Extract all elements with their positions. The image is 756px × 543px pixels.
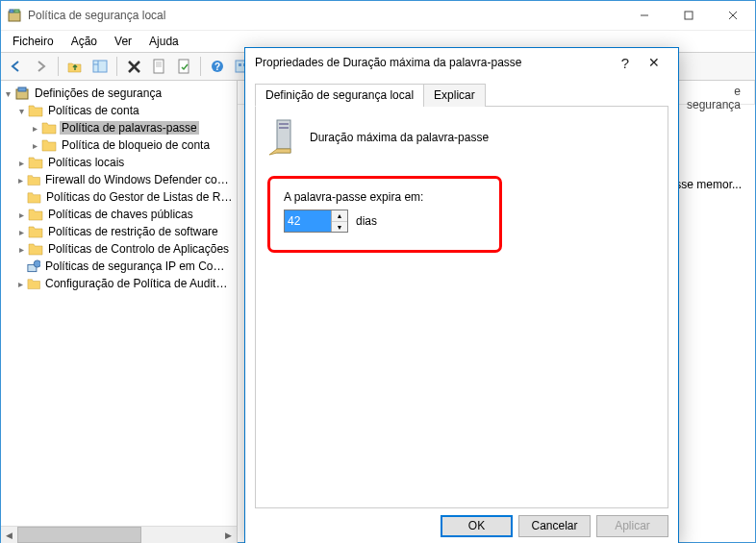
- folder-icon: [27, 276, 40, 291]
- minimize-button[interactable]: [622, 1, 667, 30]
- app-icon: [7, 8, 22, 23]
- tree-item[interactable]: ▸Configuração de Política de Auditoria A…: [1, 275, 237, 292]
- dialog-buttons: OK Cancelar Aplicar: [245, 508, 678, 543]
- folder-icon: [28, 103, 43, 118]
- tab-explain[interactable]: Explicar: [423, 84, 486, 107]
- scroll-left-button[interactable]: ◀: [1, 527, 17, 543]
- tree-label: Definições de segurança: [33, 86, 164, 100]
- expand-icon[interactable]: ▸: [14, 279, 27, 289]
- expand-icon[interactable]: ▸: [14, 175, 27, 185]
- tree-item[interactable]: ▸Políticas de chaves públicas: [1, 206, 237, 223]
- menu-ajuda[interactable]: Ajuda: [141, 33, 187, 50]
- spin-up-button[interactable]: ▲: [332, 210, 347, 222]
- tree-label: Política de bloqueio de conta: [60, 138, 212, 152]
- tree-label: Políticas de restrição de software: [46, 225, 220, 238]
- apply-button[interactable]: Aplicar: [596, 515, 668, 537]
- folder-icon: [28, 224, 43, 239]
- folder-icon: [41, 120, 57, 136]
- days-input[interactable]: [285, 210, 331, 232]
- svg-point-25: [34, 260, 40, 267]
- folder-icon: [28, 241, 43, 257]
- tree-hscroll[interactable]: ◀ ▶: [1, 526, 237, 543]
- properties-button[interactable]: [147, 55, 170, 78]
- server-icon: [267, 118, 298, 157]
- delete-button[interactable]: [122, 55, 145, 78]
- tree-label: Políticas de chaves públicas: [46, 208, 195, 221]
- svg-rect-2: [14, 10, 19, 12]
- expand-icon[interactable]: ▸: [28, 140, 41, 151]
- dialog-close-button[interactable]: ✕: [640, 55, 668, 70]
- ok-button[interactable]: OK: [441, 515, 513, 537]
- tree-item[interactable]: ▸ Política de palavras-passe: [1, 119, 237, 136]
- svg-rect-4: [685, 12, 693, 19]
- maximize-button[interactable]: [667, 1, 711, 30]
- days-unit: dias: [356, 214, 377, 228]
- highlight-box: A palavra-passe expira em: ▲ ▼ dias: [267, 176, 502, 253]
- column-security[interactable]: e segurança: [673, 81, 755, 104]
- collapse-icon[interactable]: ▾: [1, 88, 14, 99]
- svg-rect-28: [279, 123, 289, 125]
- export-button[interactable]: [172, 55, 195, 78]
- tree-item[interactable]: Políticas de segurança IP em Computador …: [1, 258, 237, 275]
- svg-rect-29: [279, 127, 289, 129]
- svg-rect-16: [179, 60, 189, 73]
- tree-item[interactable]: Políticas do Gestor de Listas de Redes: [1, 188, 237, 206]
- cancel-button[interactable]: Cancelar: [518, 515, 591, 537]
- policy-heading: Duração máxima da palavra-passe: [310, 131, 489, 144]
- expire-label: A palavra-passe expira em:: [284, 190, 486, 204]
- tree-label: Configuração de Política de Auditoria Av…: [43, 277, 235, 290]
- svg-rect-23: [18, 87, 26, 91]
- up-folder-button[interactable]: [63, 55, 87, 78]
- window-title: Política de segurança local: [28, 9, 622, 22]
- tree-label: Firewall do Windows Defender com Seguran…: [43, 173, 235, 186]
- expand-icon[interactable]: ▸: [14, 158, 28, 168]
- toolbar-separator: [116, 57, 117, 76]
- tree-item[interactable]: ▸Políticas locais: [1, 154, 237, 171]
- dialog-help-button[interactable]: ?: [611, 55, 640, 71]
- tree-label: Políticas locais: [46, 156, 126, 169]
- help-button[interactable]: ?: [206, 55, 229, 78]
- menu-ver[interactable]: Ver: [107, 33, 139, 50]
- tree-item[interactable]: ▸Firewall do Windows Defender com Segura…: [1, 171, 237, 188]
- tree-label: Política de palavras-passe: [60, 121, 199, 135]
- days-spinner: ▲ ▼: [284, 210, 348, 233]
- folder-icon: [41, 137, 57, 153]
- tree-label: Políticas de Controlo de Aplicações: [46, 242, 231, 256]
- expand-icon[interactable]: ▸: [14, 227, 28, 237]
- folder-icon: [27, 172, 40, 187]
- titlebar: Política de segurança local: [1, 1, 755, 31]
- folder-icon: [28, 207, 43, 222]
- forward-button[interactable]: [30, 55, 53, 78]
- tree-label: Políticas de segurança IP em Computador …: [43, 259, 235, 273]
- dialog-tabs: Definição de segurança local Explicar: [255, 83, 668, 107]
- tree-item[interactable]: ▸ Política de bloqueio de conta: [1, 136, 237, 154]
- close-button[interactable]: [711, 1, 755, 30]
- tab-page: Duração máxima da palavra-passe A palavr…: [255, 107, 668, 508]
- tree-label: Políticas de conta: [46, 104, 141, 117]
- menu-acao[interactable]: Ação: [63, 33, 105, 50]
- show-tree-button[interactable]: [88, 55, 112, 78]
- svg-rect-1: [10, 10, 13, 12]
- ip-policy-icon: [27, 259, 40, 274]
- tab-definition[interactable]: Definição de segurança local: [255, 84, 424, 107]
- folder-icon: [28, 155, 43, 170]
- collapse-icon[interactable]: ▾: [14, 106, 28, 116]
- main-window: Política de segurança local Ficheiro Açã…: [0, 0, 756, 543]
- expand-icon[interactable]: ▸: [28, 123, 41, 134]
- tree-item[interactable]: ▸Políticas de Controlo de Aplicações: [1, 240, 237, 258]
- expand-icon[interactable]: ▸: [14, 210, 28, 220]
- scroll-right-button[interactable]: ▶: [220, 527, 237, 543]
- tree-root[interactable]: ▾ Definições de segurança: [1, 85, 237, 102]
- folder-icon: [27, 189, 41, 205]
- tree-item[interactable]: ▸Políticas de restrição de software: [1, 223, 237, 240]
- back-button[interactable]: [5, 55, 28, 78]
- menu-ficheiro[interactable]: Ficheiro: [5, 33, 62, 50]
- tree-pane[interactable]: ▾ Definições de segurança ▾ Políticas de…: [1, 81, 238, 543]
- svg-rect-20: [239, 63, 241, 66]
- expand-icon[interactable]: ▸: [14, 244, 28, 255]
- spin-down-button[interactable]: ▼: [332, 222, 347, 233]
- toolbar-separator: [200, 57, 201, 76]
- svg-text:?: ?: [214, 62, 220, 72]
- tree-item[interactable]: ▾ Políticas de conta: [1, 102, 237, 119]
- security-root-icon: [14, 86, 30, 101]
